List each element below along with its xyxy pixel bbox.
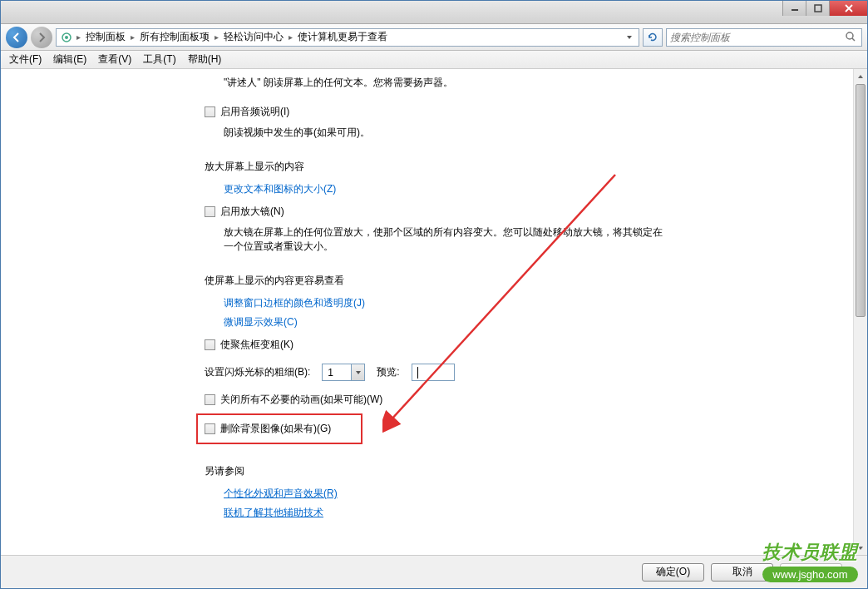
magnifier-desc: 放大镜在屏幕上的任何位置放大，使那个区域的所有内容变大。您可以随处移动放大镜，将…: [205, 225, 670, 254]
breadcrumb-sep: ▸: [75, 32, 82, 42]
svg-point-3: [65, 36, 68, 39]
menu-file[interactable]: 文件(F): [4, 51, 47, 68]
addressbar[interactable]: ▸ 控制面板 ▸ 所有控制面板项 ▸ 轻松访问中心 ▸ 使计算机更易于查看: [56, 28, 639, 47]
highlight-annotation: 删除背景图像(如果有)(G): [196, 413, 362, 444]
chevron-down-icon[interactable]: [351, 364, 364, 380]
vertical-scrollbar[interactable]: [853, 69, 867, 555]
maximize-button[interactable]: [806, 1, 829, 16]
section-seealso-header: 另请参阅: [205, 464, 828, 478]
menu-edit[interactable]: 编辑(E): [48, 51, 91, 68]
titlebar: [1, 1, 867, 24]
close-button[interactable]: [829, 1, 867, 16]
breadcrumb-sep: ▸: [129, 32, 136, 42]
minimize-button[interactable]: [782, 1, 806, 16]
focus-rect-label: 使聚焦框变粗(K): [220, 338, 293, 352]
breadcrumb-sep: ▸: [287, 32, 294, 42]
scroll-up-arrow[interactable]: [854, 69, 867, 83]
link-finetuning[interactable]: 微调显示效果(C): [205, 315, 828, 329]
focus-rect-checkbox[interactable]: [205, 339, 215, 350]
animation-off-checkbox[interactable]: [205, 394, 215, 405]
svg-line-5: [852, 38, 855, 41]
menu-tools[interactable]: 工具(T): [138, 51, 180, 68]
breadcrumb-sep: ▸: [213, 32, 220, 42]
apply-button[interactable]: 应用(P): [780, 563, 842, 582]
breadcrumb-item[interactable]: 控制面板: [84, 30, 127, 44]
narrator-description: "讲述人" 朗读屏幕上的任何文本。您将需要扬声器。: [205, 76, 828, 90]
address-dropdown-icon[interactable]: [624, 34, 635, 41]
svg-rect-1: [815, 5, 821, 12]
nav-back-button[interactable]: [6, 27, 27, 48]
scroll-down-arrow[interactable]: [854, 541, 867, 555]
audio-desc-text: 朗读视频中发生的事(如果可用)。: [205, 126, 828, 140]
menu-view[interactable]: 查看(V): [93, 51, 136, 68]
link-border[interactable]: 调整窗口边框的颜色和透明度(J): [205, 296, 828, 310]
navbar: ▸ 控制面板 ▸ 所有控制面板项 ▸ 轻松访问中心 ▸ 使计算机更易于查看: [1, 24, 867, 51]
svg-point-4: [846, 32, 853, 39]
cursor-width-select[interactable]: 1: [322, 364, 365, 381]
remove-bg-checkbox[interactable]: [205, 423, 215, 434]
link-personalize[interactable]: 个性化外观和声音效果(R): [205, 487, 828, 501]
audio-desc-checkbox[interactable]: [205, 106, 215, 117]
searchbox[interactable]: [666, 28, 862, 47]
cursor-width-label: 设置闪烁光标的粗细(B):: [205, 365, 310, 379]
menu-help[interactable]: 帮助(H): [183, 51, 227, 68]
animation-off-label: 关闭所有不必要的动画(如果可能)(W): [220, 393, 382, 407]
bottom-bar: 确定(O) 取消 应用(P): [1, 555, 867, 588]
cursor-preview-box: [412, 364, 455, 381]
magnifier-label: 启用放大镜(N): [220, 205, 284, 219]
section-magnify-header: 放大屏幕上显示的内容: [205, 160, 828, 174]
preview-label: 预览:: [377, 365, 399, 379]
search-input[interactable]: [670, 32, 845, 43]
cancel-button[interactable]: 取消: [711, 563, 773, 582]
ok-button[interactable]: 确定(O): [642, 563, 704, 582]
scrollbar-thumb[interactable]: [856, 84, 866, 317]
link-text-size[interactable]: 更改文本和图标的大小(Z): [205, 182, 828, 196]
magnifier-checkbox[interactable]: [205, 206, 215, 217]
menubar: 文件(F) 编辑(E) 查看(V) 工具(T) 帮助(H): [1, 51, 867, 69]
breadcrumb-item[interactable]: 所有控制面板项: [138, 30, 211, 44]
cursor-preview: [417, 367, 418, 379]
link-assistive[interactable]: 联机了解其他辅助技术: [205, 506, 828, 520]
breadcrumb-item[interactable]: 使计算机更易于查看: [296, 30, 389, 44]
remove-bg-label: 删除背景图像(如果有)(G): [220, 422, 331, 436]
svg-rect-0: [792, 9, 798, 11]
nav-forward-button[interactable]: [31, 27, 52, 48]
breadcrumb-item[interactable]: 轻松访问中心: [222, 30, 285, 44]
refresh-button[interactable]: [643, 28, 663, 47]
cursor-width-value: 1: [323, 367, 351, 379]
search-icon[interactable]: [845, 31, 858, 44]
control-panel-icon: [60, 31, 73, 44]
content-main: "讲述人" 朗读屏幕上的任何文本。您将需要扬声器。 启用音频说明(I) 朗读视频…: [1, 69, 853, 555]
audio-desc-label: 启用音频说明(I): [220, 105, 289, 119]
section-easier-header: 使屏幕上显示的内容更容易查看: [205, 274, 828, 288]
